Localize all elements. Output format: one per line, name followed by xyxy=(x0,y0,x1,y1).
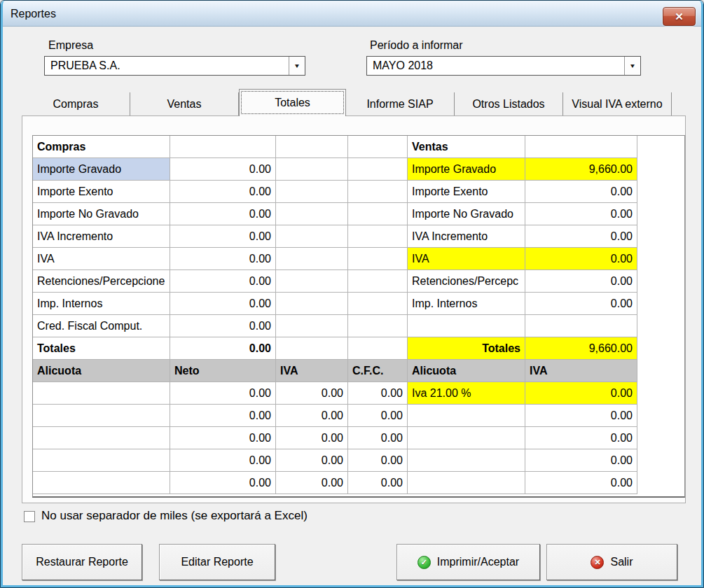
grid-cell[interactable] xyxy=(525,136,637,158)
grid-cell[interactable]: Cred. Fiscal Comput. xyxy=(33,315,170,337)
grid-cell[interactable] xyxy=(170,136,276,158)
grid-cell[interactable]: 0.00 xyxy=(348,405,408,427)
salir-button[interactable]: ✕ Salir xyxy=(546,544,677,580)
grid-cell[interactable] xyxy=(276,337,348,360)
grid-cell[interactable]: Neto xyxy=(170,360,276,382)
grid-cell[interactable]: C.F.C. xyxy=(348,360,408,382)
grid-cell[interactable]: 0.00 xyxy=(170,270,276,293)
grid-cell[interactable] xyxy=(276,181,348,203)
grid-cell[interactable] xyxy=(33,449,170,472)
grid-cell[interactable]: Importe No Gravado xyxy=(33,203,170,225)
grid-cell[interactable]: Retenciones/Percepcione xyxy=(33,270,170,293)
grid-cell[interactable] xyxy=(348,181,408,203)
grid-cell[interactable]: 0.00 xyxy=(348,472,408,494)
grid-cell[interactable]: Alicuota xyxy=(408,360,525,382)
grid-cell[interactable]: 0.00 xyxy=(170,293,276,315)
grid-cell[interactable]: 0.00 xyxy=(170,248,276,270)
grid-cell[interactable]: IVA xyxy=(276,360,348,382)
grid-cell[interactable] xyxy=(348,270,408,293)
grid-cell[interactable] xyxy=(276,315,348,337)
grid-cell[interactable]: 0.00 xyxy=(525,405,637,427)
grid-cell[interactable] xyxy=(33,405,170,427)
grid-cell[interactable] xyxy=(276,248,348,270)
grid-cell[interactable] xyxy=(348,136,408,158)
grid-cell[interactable]: 0.00 xyxy=(525,225,637,248)
grid-cell[interactable]: Compras xyxy=(33,136,170,158)
grid-cell[interactable]: Alicuota xyxy=(33,360,170,382)
grid-cell[interactable]: 0.00 xyxy=(276,405,348,427)
grid-cell[interactable] xyxy=(33,472,170,494)
grid-cell[interactable] xyxy=(276,203,348,225)
grid-cell[interactable] xyxy=(525,315,637,337)
periodo-select[interactable]: MAYO 2018 ▼ xyxy=(366,56,641,76)
grid-cell[interactable] xyxy=(348,158,408,181)
grid-cell[interactable]: 0.00 xyxy=(276,382,348,405)
grid-cell[interactable]: 0.00 xyxy=(170,158,276,181)
empresa-select[interactable]: PRUEBA S.A. ▼ xyxy=(44,56,305,76)
grid-cell[interactable] xyxy=(348,225,408,248)
grid-cell[interactable] xyxy=(276,270,348,293)
grid-cell[interactable] xyxy=(276,225,348,248)
grid-cell[interactable]: 0.00 xyxy=(525,449,637,472)
grid-cell[interactable] xyxy=(276,136,348,158)
grid-cell[interactable]: 0.00 xyxy=(525,270,637,293)
grid-cell[interactable]: IVA xyxy=(408,248,525,270)
grid-cell[interactable]: 0.00 xyxy=(170,405,276,427)
grid-cell[interactable] xyxy=(348,248,408,270)
grid-cell[interactable] xyxy=(408,315,525,337)
grid-cell[interactable]: 0.00 xyxy=(525,382,637,405)
grid-cell[interactable]: 0.00 xyxy=(525,248,637,270)
periodo-dropdown-button[interactable]: ▼ xyxy=(624,57,640,75)
grid-cell[interactable]: 0.00 xyxy=(170,382,276,405)
grid-cell[interactable]: 0.00 xyxy=(170,427,276,449)
grid-cell[interactable]: 0.00 xyxy=(170,225,276,248)
grid-cell[interactable]: Importe Gravado xyxy=(408,158,525,181)
close-button[interactable]: ✕ xyxy=(663,7,696,26)
grid-cell[interactable]: 9,660.00 xyxy=(525,337,637,360)
grid-cell[interactable]: 0.00 xyxy=(276,427,348,449)
grid-cell[interactable] xyxy=(33,382,170,405)
grid-cell[interactable]: Retenciones/Percepc xyxy=(408,270,525,293)
grid-cell[interactable] xyxy=(408,449,525,472)
grid-cell[interactable] xyxy=(348,337,408,360)
tab-compras[interactable]: Compras xyxy=(22,92,130,115)
grid-cell[interactable]: 0.00 xyxy=(170,181,276,203)
grid-cell[interactable]: IVA xyxy=(33,248,170,270)
empresa-dropdown-button[interactable]: ▼ xyxy=(289,57,305,75)
grid-cell[interactable] xyxy=(276,158,348,181)
grid-cell[interactable] xyxy=(276,293,348,315)
editar-reporte-button[interactable]: Editar Reporte xyxy=(159,544,275,580)
grid-cell[interactable]: Ventas xyxy=(408,136,525,158)
grid-cell[interactable]: Totales xyxy=(33,337,170,360)
grid-cell[interactable]: 0.00 xyxy=(170,337,276,360)
grid-cell[interactable]: 0.00 xyxy=(525,472,637,494)
grid-cell[interactable] xyxy=(348,293,408,315)
grid-cell[interactable]: Imp. Internos xyxy=(33,293,170,315)
grid-cell[interactable]: Importe No Gravado xyxy=(408,203,525,225)
grid-cell[interactable]: 0.00 xyxy=(525,293,637,315)
grid-cell[interactable]: 0.00 xyxy=(525,427,637,449)
grid-cell[interactable]: IVA Incremento xyxy=(408,225,525,248)
grid-cell[interactable]: 0.00 xyxy=(525,203,637,225)
grid-cell[interactable] xyxy=(408,427,525,449)
grid-cell[interactable]: 0.00 xyxy=(170,472,276,494)
tab-otros-listados[interactable]: Otros Listados xyxy=(455,92,563,115)
grid-cell[interactable]: 0.00 xyxy=(348,449,408,472)
grid-cell[interactable]: IVA Incremento xyxy=(33,225,170,248)
grid-cell[interactable]: 0.00 xyxy=(170,449,276,472)
grid-cell[interactable]: Iva 21.00 % xyxy=(408,382,525,405)
restaurar-reporte-button[interactable]: Restaurar Reporte xyxy=(22,544,142,580)
grid-cell[interactable]: 0.00 xyxy=(348,382,408,405)
tab-ventas[interactable]: Ventas xyxy=(130,92,239,115)
grid-cell[interactable]: Imp. Internos xyxy=(408,293,525,315)
grid-cell[interactable] xyxy=(348,315,408,337)
grid-cell[interactable]: 0.00 xyxy=(525,181,637,203)
grid-cell[interactable]: 0.00 xyxy=(170,203,276,225)
no-thousands-separator-checkbox[interactable] xyxy=(24,511,35,522)
grid-cell[interactable] xyxy=(408,405,525,427)
grid-cell[interactable] xyxy=(348,203,408,225)
tab-visual-iva-externo[interactable]: Visual IVA externo xyxy=(563,92,672,115)
grid-cell[interactable] xyxy=(33,427,170,449)
grid-cell[interactable]: 9,660.00 xyxy=(525,158,637,181)
grid-cell[interactable]: 0.00 xyxy=(276,472,348,494)
